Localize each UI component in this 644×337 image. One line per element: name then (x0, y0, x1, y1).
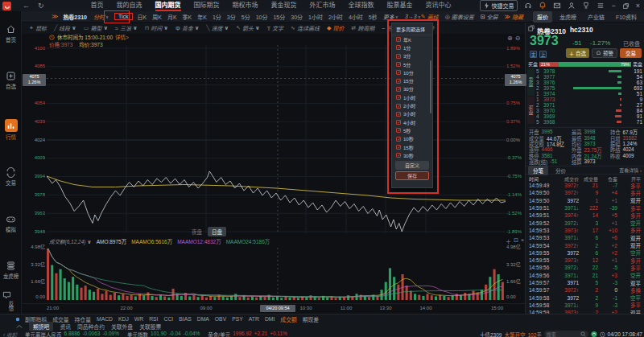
nav-item-9[interactable]: 资讯中心 (426, 0, 452, 11)
book-ask-row[interactable]: 23975693 (536, 85, 642, 91)
tick-row[interactable]: 14:59:563971↓21+3空开 (526, 272, 644, 279)
period-tab-4[interactable]: 年K (197, 13, 207, 21)
预警-button[interactable]: 预警 (592, 48, 617, 58)
price-chart[interactable] (47, 45, 506, 233)
volume-chart[interactable] (47, 248, 506, 301)
draw-tool-箱型[interactable]: ▭箱型∨ (84, 24, 108, 32)
bell-icon[interactable] (539, 2, 547, 10)
period-tab-14[interactable]: 5秒 (369, 13, 377, 21)
indicator-期现差[interactable]: 期现差 (303, 315, 319, 323)
draw-tool-速度[interactable]: ╲速度∨ (206, 24, 229, 32)
search-input[interactable]: 搜索 (544, 331, 588, 337)
panel-tab-0[interactable]: 报价 (533, 11, 552, 23)
notice-detail-link[interactable]: 详情> (115, 33, 129, 41)
user-icon[interactable] (568, 2, 576, 10)
tick-row[interactable]: 14:59:553973↑12+1多开 (526, 257, 644, 264)
dropdown-scrollbar[interactable] (430, 60, 431, 113)
自选-button[interactable]: ＋自选 (566, 48, 589, 58)
dropdown-item-30分[interactable]: ✓30分 (392, 85, 432, 93)
dropdown-item-年K[interactable]: ✓年K (392, 35, 432, 43)
panel-tab-2[interactable]: 产业链 (584, 11, 609, 23)
indicator-持仓量[interactable]: 持仓量 (75, 315, 91, 323)
indicator-成交额[interactable]: 成交额 (280, 315, 296, 323)
dropdown-item-10秒[interactable]: ✓10秒 (392, 135, 432, 143)
period-tab-12[interactable]: 2小时 (328, 13, 343, 21)
customize-button[interactable]: 自定义 (395, 161, 429, 170)
nav-item-6[interactable]: 外汇市场 (310, 0, 336, 11)
indicator-DMA[interactable]: DMA (197, 316, 209, 322)
period-tab-11[interactable]: 1小时 (308, 13, 323, 21)
draw-tool-跨周期[interactable]: ⇄跨周期 (351, 24, 374, 32)
book-bid-row[interactable]: 5396871 (536, 119, 642, 125)
sidebar-item-首页[interactable]: 首页 (0, 24, 22, 43)
minimize-button[interactable]: − (611, 2, 615, 10)
checkbox-checked-icon[interactable]: ✓ (396, 54, 401, 59)
indicator-KDJ[interactable]: KDJ (118, 316, 129, 322)
dropdown-item-30秒[interactable]: ✓30秒 (392, 151, 432, 159)
checkbox-checked-icon[interactable]: ✓ (396, 128, 401, 133)
tab-tick[interactable]: Tick (114, 13, 133, 20)
period-tab-8[interactable]: 10分 (256, 13, 268, 21)
book-bid-row[interactable]: 3397084 (536, 108, 642, 113)
tick-row[interactable]: 14:59:573972↑20多换 (526, 286, 644, 294)
draw-tool-文字[interactable]: T文字 (267, 24, 283, 32)
hot-symbol[interactable]: 十债2309 (480, 331, 502, 337)
tick-row[interactable]: 14:59:533971↓6+6双开 (526, 234, 644, 241)
panel-tab-1[interactable]: 龙虎榜 (555, 11, 580, 23)
nav-item-5[interactable]: 黄金现货 (271, 0, 297, 11)
sidebar-item-行情[interactable]: 行情 (0, 119, 22, 141)
refresh-icon[interactable]: ↻ (38, 2, 44, 10)
tick-row[interactable]: 14:59:5739715-3双平 (526, 279, 644, 286)
collapse-up-icon[interactable] (16, 324, 23, 329)
service-icon[interactable] (591, 331, 597, 337)
tool-图表设置[interactable]: ◎图表设置 (445, 13, 474, 21)
tick-row[interactable]: 14:59:513974↑14+5多开 (526, 212, 644, 219)
dropdown-item-4小时[interactable]: ✓4小时 (392, 118, 432, 126)
session-日盘[interactable]: 日盘 (208, 227, 226, 236)
nav-item-1[interactable]: 我的自选 (117, 0, 142, 11)
book-ask-row[interactable]: 1397451 (536, 91, 642, 97)
book-ask-row[interactable]: 3397663 (536, 80, 642, 85)
footer-tab-同品种合约[interactable]: 同品种合约 (77, 323, 105, 331)
close-button[interactable]: × (636, 2, 640, 10)
mail-icon[interactable] (553, 2, 561, 10)
book-ask-row[interactable]: 53978191 (536, 68, 642, 74)
tick-row[interactable]: 14:59:5539726+2空开 (526, 249, 644, 257)
sidebar-item-交易[interactable]: 交易 (0, 167, 22, 187)
tool-画线[interactable]: ✎画线 (421, 13, 439, 21)
tool-全屏[interactable]: ⊡全屏 (481, 13, 498, 21)
close-pane-icon[interactable]: × (521, 237, 524, 245)
nav-item-3[interactable]: 国际期货 (194, 0, 220, 11)
feedback-button[interactable]: 反馈 (2, 291, 19, 311)
collapse-ticker-button[interactable]: ‹ 收起 (3, 331, 17, 337)
checkbox-checked-icon[interactable]: ✓ (396, 62, 401, 67)
dropdown-item-3分[interactable]: ✓3分 (392, 52, 432, 60)
zoom-out-icon[interactable]: ⊖ (515, 35, 521, 42)
indicator-PSY[interactable]: PSY (232, 316, 243, 322)
indicator-OBV[interactable]: OBV (215, 316, 226, 322)
draw-tool-现价[interactable]: ◆现价 (327, 24, 344, 32)
indicator-BIAS[interactable]: BIAS (179, 316, 192, 322)
ticker-美元指数[interactable]: 美元指数101.90-0.04-0.04% (127, 331, 200, 337)
tick-row[interactable]: 14:59:583971↓9-3多平 (526, 302, 644, 309)
ticker-黄金/美元[interactable]: 黄金/美元1996.92+2.21+0.11% (208, 331, 287, 337)
period-tab-5[interactable]: 1分 (213, 13, 221, 21)
checkbox-checked-icon[interactable]: ✓ (396, 153, 401, 158)
indicator-RSI[interactable]: RSI (149, 316, 158, 322)
draw-tool-线段[interactable]: ╱线段∨ (54, 24, 76, 32)
dropdown-item-2小时[interactable]: ✓2小时 (392, 101, 432, 109)
ticker-美元离岸人民币[interactable]: 美元离岸人民币6.8886-0.0063-0.09% (25, 331, 119, 337)
sidebar-item-模拟[interactable]: 模拟 (0, 214, 22, 233)
grid-layout-button[interactable]: 3→3∨ (405, 14, 421, 19)
draw-tool-箭头[interactable]: ↖箭头∨ (236, 24, 260, 32)
expand-panel-icon[interactable]: ≫ (52, 13, 58, 20)
nav-item-2[interactable]: 国内期货 (155, 0, 181, 11)
book-ask-row[interactable]: 4397754 (536, 74, 642, 80)
dropdown-item-15分[interactable]: ✓15分 (392, 76, 432, 84)
checkbox-checked-icon[interactable]: ✓ (396, 87, 401, 92)
period-tab-6[interactable]: 3分 (227, 13, 236, 21)
checkbox-checked-icon[interactable]: ✓ (396, 95, 401, 100)
tab-timeshare[interactable]: 分时∨ (93, 13, 109, 21)
sidebar-item-自选[interactable]: 自选 (0, 71, 22, 90)
checkbox-checked-icon[interactable]: ✓ (396, 70, 401, 75)
